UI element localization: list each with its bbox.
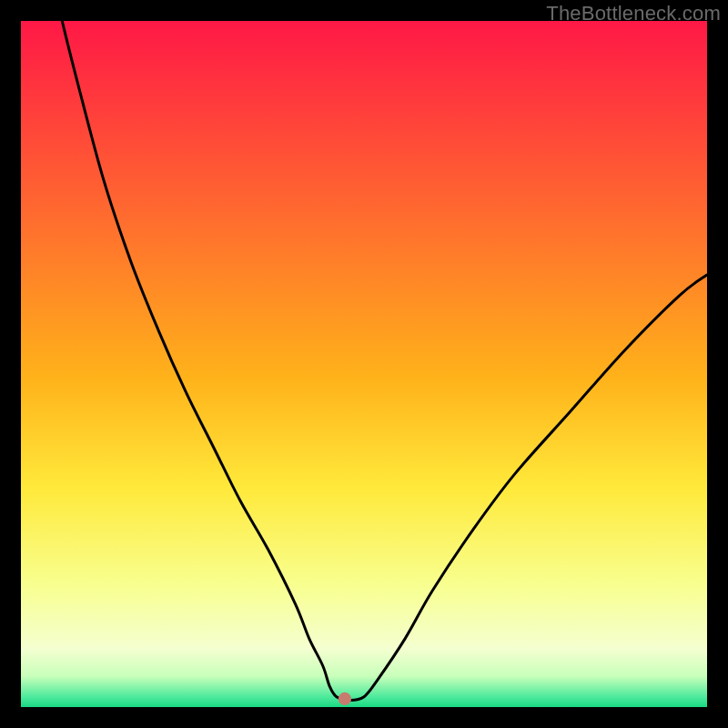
plot-area: [21, 21, 707, 707]
chart-svg: [21, 21, 707, 707]
chart-frame: TheBottleneck.com: [0, 0, 728, 728]
watermark-text: TheBottleneck.com: [546, 2, 721, 25]
optimum-marker: [339, 693, 351, 705]
gradient-background: [21, 21, 707, 707]
